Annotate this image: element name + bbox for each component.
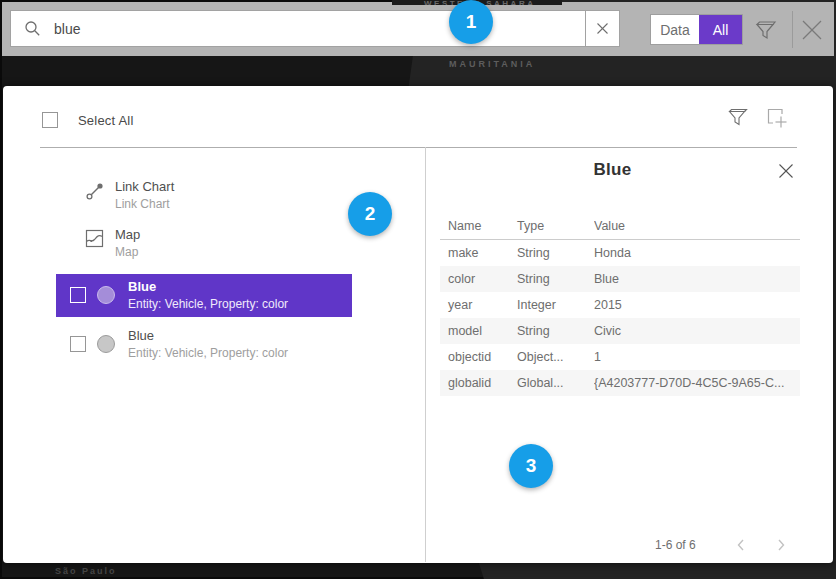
header-divider	[40, 147, 797, 148]
cell-value: {A4203777-D70D-4C5C-9A65-C...	[594, 376, 800, 390]
column-header-name: Name	[440, 219, 517, 233]
item-checkbox[interactable]	[70, 336, 86, 352]
search-input[interactable]	[54, 21, 585, 37]
list-item-title: Blue	[128, 328, 288, 343]
cell-value: 1	[594, 350, 800, 364]
search-box[interactable]	[10, 10, 586, 47]
cell-type: Integer	[517, 298, 594, 312]
table-row: year Integer 2015	[440, 292, 800, 318]
cell-type: Object...	[517, 350, 594, 364]
annotation-badge-3: 3	[509, 444, 553, 488]
detail-close-icon[interactable]	[777, 162, 795, 180]
filter-icon[interactable]	[753, 18, 777, 42]
cell-name: globalid	[440, 376, 517, 390]
cell-value: Civic	[594, 324, 800, 338]
cell-name: model	[440, 324, 517, 338]
cell-type: Global...	[517, 376, 594, 390]
cell-name: objectid	[440, 350, 517, 364]
list-item-subtitle: Entity: Vehicle, Property: color	[128, 346, 288, 360]
search-toolbar: Data All	[2, 2, 834, 56]
link-chart-icon	[85, 181, 105, 201]
cell-name: year	[440, 298, 517, 312]
list-item-title: Blue	[128, 279, 288, 294]
cell-type: String	[517, 272, 594, 286]
toolbar-divider	[792, 11, 793, 48]
cell-value: Blue	[594, 272, 800, 286]
list-item-blue[interactable]: Blue Entity: Vehicle, Property: color	[56, 323, 352, 366]
select-all-row: Select All	[42, 112, 133, 128]
list-item-blue-selected[interactable]: Blue Entity: Vehicle, Property: color	[56, 274, 352, 317]
list-item-subtitle: Entity: Vehicle, Property: color	[128, 297, 288, 311]
list-item-subtitle: Link Chart	[115, 197, 174, 211]
cell-type: String	[517, 246, 594, 260]
entity-dot-icon	[97, 286, 115, 304]
previous-page-icon[interactable]	[733, 537, 749, 553]
cell-name: color	[440, 272, 517, 286]
table-header: Name Type Value	[440, 212, 800, 240]
list-item-link-chart[interactable]: Link Chart Link Chart	[56, 179, 351, 215]
next-page-icon[interactable]	[773, 537, 789, 553]
entity-dot-icon	[97, 335, 115, 353]
toggle-option-data[interactable]: Data	[651, 15, 699, 44]
list-item-title: Link Chart	[115, 179, 174, 194]
cell-value: 2015	[594, 298, 800, 312]
map-icon	[85, 229, 104, 248]
app-window: MAURITANIA São Paulo WESTERN SAHARA Data…	[0, 0, 836, 579]
list-item-map[interactable]: Map Map	[56, 227, 351, 263]
table-row: make String Honda	[440, 240, 800, 266]
detail-title: Blue	[425, 160, 800, 180]
column-header-value: Value	[594, 219, 800, 233]
map-label-mauritania: MAURITANIA	[449, 59, 535, 69]
cell-type: String	[517, 324, 594, 338]
close-search-icon[interactable]	[799, 17, 825, 43]
pagination: 1-6 of 6	[425, 532, 800, 558]
select-all-label: Select All	[78, 113, 133, 128]
item-checkbox[interactable]	[70, 287, 86, 303]
attributes-table: Name Type Value make String Honda color …	[440, 212, 800, 396]
map-label-western-sahara: WESTERN SAHARA	[424, 0, 562, 5]
table-row: objectid Object... 1	[440, 344, 800, 370]
cell-name: make	[440, 246, 517, 260]
clear-x-icon	[596, 22, 609, 35]
select-all-checkbox[interactable]	[42, 112, 58, 128]
add-to-selection-icon[interactable]	[765, 106, 789, 130]
toggle-option-all[interactable]: All	[699, 15, 742, 44]
table-row: globalid Global... {A4203777-D70D-4C5C-9…	[440, 370, 800, 396]
map-label-sao-paulo: São Paulo	[55, 566, 117, 576]
list-item-title: Map	[115, 227, 140, 242]
scope-toggle: Data All	[650, 14, 743, 45]
annotation-badge-2: 2	[348, 192, 392, 236]
list-item-subtitle: Map	[115, 245, 140, 259]
annotation-badge-1: 1	[449, 0, 493, 44]
list-detail-divider	[425, 147, 426, 562]
table-row: color String Blue	[440, 266, 800, 292]
table-row: model String Civic	[440, 318, 800, 344]
column-header-type: Type	[517, 219, 594, 233]
pagination-label: 1-6 of 6	[655, 538, 696, 552]
results-filter-icon[interactable]	[726, 106, 748, 128]
search-results-panel: Select All Link Chart Link Chart	[3, 86, 833, 563]
search-icon	[24, 20, 41, 37]
cell-value: Honda	[594, 246, 800, 260]
clear-search-button[interactable]	[585, 10, 620, 47]
